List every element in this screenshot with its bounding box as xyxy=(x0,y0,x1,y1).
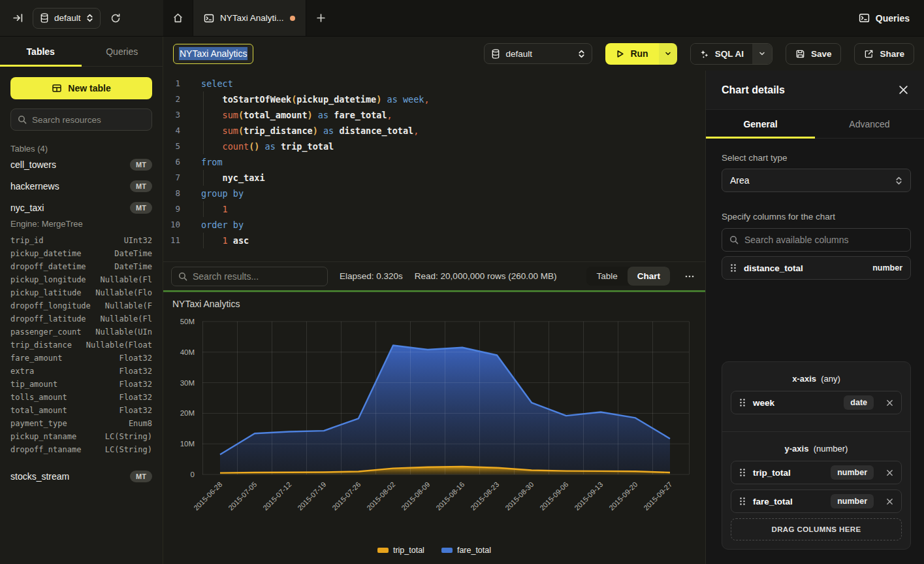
sql-editor[interactable]: 1select2 toStartOfWeek(pickup_datetime) … xyxy=(163,71,705,261)
drag-handle-icon[interactable] xyxy=(739,468,746,477)
chart-type-select[interactable]: Area xyxy=(722,169,911,192)
run-options-button[interactable] xyxy=(659,43,677,65)
legend-item-fare_total[interactable]: fare_total xyxy=(441,546,491,555)
results-search-input[interactable]: Search results... xyxy=(171,267,328,286)
chevron-up-down-icon xyxy=(895,176,902,185)
run-button[interactable]: Run xyxy=(605,43,658,65)
x-axis-heading: x-axis (any) xyxy=(731,371,902,386)
elapsed-stat: Elapsed: 0.320s xyxy=(340,271,403,281)
engine-badge: MT xyxy=(130,159,152,171)
sql-token: 1 xyxy=(223,235,228,246)
run-split-button: Run xyxy=(605,43,677,65)
column-name: trip_id xyxy=(10,236,44,245)
column-row-fare_amount: fare_amountFloat32 xyxy=(10,352,152,365)
column-chip-week[interactable]: weekdate xyxy=(731,391,902,414)
column-type: Float32 xyxy=(119,367,152,376)
results-toolbar: Search results... Elapsed: 0.320s Read: … xyxy=(163,261,705,290)
sql-line-4: 4 sum(trip_distance) as distance_total, xyxy=(163,123,705,139)
chevron-down-icon xyxy=(665,50,671,57)
x-tick-label: 2015-08-23 xyxy=(469,480,500,512)
more-options-icon[interactable] xyxy=(682,271,697,282)
area-chart[interactable]: 010M20M30M40M50M2015-06-282015-07-052015… xyxy=(163,292,705,564)
tab-advanced[interactable]: Advanced xyxy=(815,110,924,138)
read-stat: Read: 20,000,000 rows (260.00 MB) xyxy=(415,271,557,281)
columns-search-input[interactable]: Search available columns xyxy=(722,228,911,252)
table-item-nyc_taxi[interactable]: nyc_taxiMT xyxy=(10,197,152,218)
tab-nytaxi-analytics[interactable]: NYTaxi Analyti... xyxy=(193,0,306,36)
column-row-pickup_longitude: pickup_longitudeNullable(Fl xyxy=(10,273,152,286)
table-name: stocks_stream xyxy=(10,471,69,482)
drag-handle-icon[interactable] xyxy=(730,263,737,273)
column-chip-trip_total[interactable]: trip_totalnumber xyxy=(731,461,902,484)
collapse-sidebar-icon[interactable] xyxy=(9,10,26,27)
run-button-label: Run xyxy=(630,48,648,59)
toggle-table[interactable]: Table xyxy=(586,267,627,286)
sidebar-tab-tables[interactable]: Tables xyxy=(0,37,82,66)
chevron-up-down-icon xyxy=(86,14,93,22)
sql-token: order by xyxy=(201,220,244,230)
line-number: 1 xyxy=(163,76,191,91)
column-chip-name: fare_total xyxy=(753,497,793,506)
engine-badge: MT xyxy=(130,202,152,214)
chart-details-title: Chart details xyxy=(722,84,785,96)
x-tick-label: 2015-06-28 xyxy=(192,480,223,512)
query-database-selector[interactable]: default xyxy=(484,43,592,64)
save-button[interactable]: Save xyxy=(786,43,842,65)
queries-button[interactable]: Queries xyxy=(859,12,910,24)
table-item-stocks_stream[interactable]: stocks_streamMT xyxy=(10,465,152,487)
main-body: 1select2 toStartOfWeek(pickup_datetime) … xyxy=(163,71,924,564)
tab-general[interactable]: General xyxy=(706,110,815,138)
sql-token: ( xyxy=(238,110,244,120)
sql-token xyxy=(201,204,223,214)
column-chip-name: distance_total xyxy=(744,263,803,273)
column-chip-distance_total[interactable]: distance_totalnumber xyxy=(722,256,911,280)
table-item-cell_towers[interactable]: cell_towersMT xyxy=(10,154,152,175)
remove-column-icon[interactable] xyxy=(881,399,893,406)
x-tick-label: 2015-07-26 xyxy=(330,480,362,512)
drag-handle-icon[interactable] xyxy=(739,398,746,407)
drag-handle-icon[interactable] xyxy=(739,497,746,506)
sidebar-search-input[interactable]: Search resources xyxy=(10,108,152,131)
new-table-button[interactable]: New table xyxy=(10,77,152,99)
x-tick-label: 2015-08-16 xyxy=(434,480,466,512)
column-row-tip_amount: tip_amountFloat32 xyxy=(10,378,152,391)
table-engine-label: Engine: MergeTree xyxy=(10,219,152,229)
share-button[interactable]: Share xyxy=(854,43,914,65)
column-chip-fare_total[interactable]: fare_totalnumber xyxy=(731,489,902,513)
column-type: Float32 xyxy=(119,406,152,415)
remove-column-icon[interactable] xyxy=(881,498,893,505)
sql-ai-button[interactable]: SQL AI xyxy=(691,44,752,64)
drag-columns-dropzone[interactable]: DRAG COLUMNS HERE xyxy=(731,518,902,540)
query-terminal-icon xyxy=(204,13,214,24)
column-type: DateTime xyxy=(114,249,152,258)
database-icon xyxy=(491,49,500,59)
legend-item-trip_total[interactable]: trip_total xyxy=(377,546,424,555)
column-type: Float32 xyxy=(119,354,152,363)
sql-line-1: 1select xyxy=(163,76,705,91)
tab-strip: NYTaxi Analyti... xyxy=(163,0,844,36)
sql-token xyxy=(201,110,223,120)
sql-ai-options-button[interactable] xyxy=(752,44,772,64)
tab-home[interactable] xyxy=(163,0,193,36)
x-tick-label: 2015-09-13 xyxy=(573,480,604,512)
legend-swatch xyxy=(377,548,389,553)
remove-column-icon[interactable] xyxy=(881,469,893,476)
y-tick-label: 0 xyxy=(191,471,195,478)
toggle-chart[interactable]: Chart xyxy=(628,267,670,286)
sql-token: group by xyxy=(201,188,244,199)
new-tab-button[interactable] xyxy=(306,0,336,36)
x-tick-label: 2015-09-20 xyxy=(607,480,639,512)
indent-guide xyxy=(203,123,204,139)
x-tick-label: 2015-07-19 xyxy=(296,480,327,512)
column-type: Enum8 xyxy=(129,419,152,428)
sql-token xyxy=(201,235,223,246)
table-item-hackernews[interactable]: hackernewsMT xyxy=(10,175,152,197)
search-icon xyxy=(178,272,187,281)
close-icon[interactable] xyxy=(899,85,908,95)
refresh-icon[interactable] xyxy=(107,10,124,27)
column-row-trip_distance: trip_distanceNullable(Float xyxy=(10,339,152,352)
chart-details-panel: Chart details General Advanced Select ch… xyxy=(705,71,924,564)
sidebar-tab-queries[interactable]: Queries xyxy=(82,37,163,66)
database-selector[interactable]: default xyxy=(33,8,101,29)
query-title-input[interactable]: NYTaxi Analytics xyxy=(173,44,253,64)
